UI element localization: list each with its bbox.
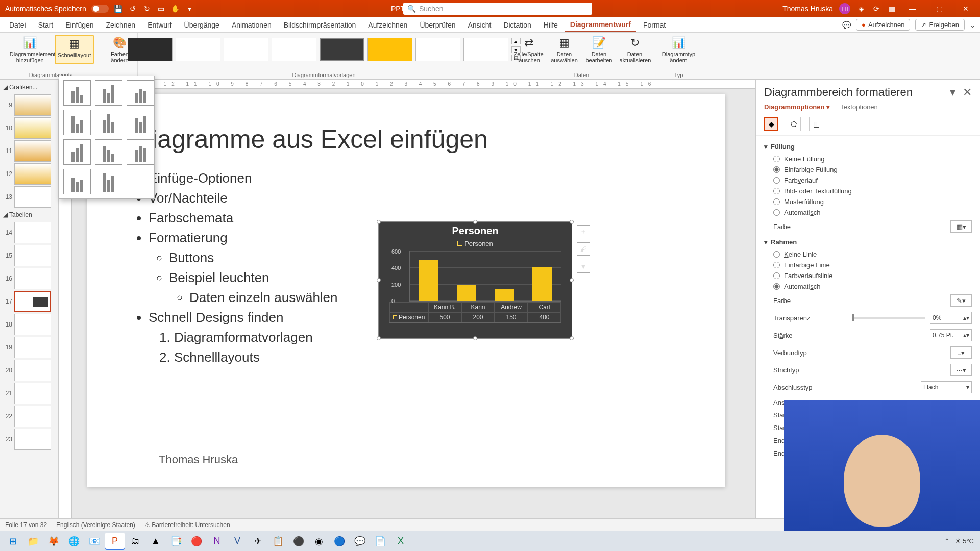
chart-title[interactable]: Personen: [379, 222, 572, 240]
maximize-button[interactable]: ▢: [929, 0, 949, 17]
slideshow-icon[interactable]: ▭: [157, 4, 166, 13]
fill-pattern[interactable]: Musterfüllung: [764, 196, 972, 207]
tab-zeichnen[interactable]: Zeichnen: [101, 18, 141, 32]
chart-style-4[interactable]: [272, 38, 316, 61]
tab-ansicht[interactable]: Ansicht: [462, 18, 496, 32]
tab-aufzeichnen[interactable]: Aufzeichnen: [363, 18, 412, 32]
bar-andrew[interactable]: [495, 289, 514, 302]
tab-bildschirm[interactable]: Bildschirmpräsentation: [279, 18, 361, 32]
chart-legend[interactable]: Personen: [379, 240, 572, 247]
app-icon-4[interactable]: 📋: [268, 533, 288, 550]
quick-layout-option-11[interactable]: [95, 169, 122, 194]
fill-color-picker[interactable]: ▦▾: [950, 220, 972, 233]
pane-tab-diagram[interactable]: Diagrammoptionen ▾: [764, 103, 830, 111]
quick-layout-option-6[interactable]: [127, 110, 154, 135]
ribbon-collapse-icon[interactable]: ⌄: [970, 21, 976, 29]
powerpoint-icon[interactable]: P: [105, 533, 125, 550]
tab-entwurf[interactable]: Entwurf: [142, 18, 177, 32]
firefox-icon[interactable]: 🦊: [44, 533, 63, 550]
fill-line-tab-icon[interactable]: ◆: [764, 117, 778, 131]
size-tab-icon[interactable]: ▥: [809, 117, 823, 131]
explorer-icon[interactable]: 📁: [23, 533, 43, 550]
transparency-value[interactable]: 0%▴▾: [930, 312, 972, 324]
tab-format[interactable]: Format: [638, 18, 671, 32]
outlook-icon[interactable]: 📧: [85, 533, 104, 550]
change-chart-type-button[interactable]: 📊Diagrammtyp ändern: [656, 35, 701, 64]
thumb-23[interactable]: 23: [2, 429, 56, 450]
touch-icon[interactable]: ✋: [171, 4, 180, 13]
add-chart-element-button[interactable]: 📊Diagrammelement hinzufügen: [8, 35, 53, 64]
fill-auto[interactable]: Automatisch: [764, 207, 972, 218]
record-button[interactable]: ●Aufzeichnen: [856, 19, 910, 31]
quick-layout-option-2[interactable]: [95, 80, 122, 106]
quick-layout-option-7[interactable]: [63, 139, 91, 165]
app-icon-6[interactable]: 🔵: [330, 533, 349, 550]
refresh-data-button[interactable]: ↻Daten aktualisieren: [618, 35, 652, 64]
tab-ueberpruefen[interactable]: Überprüfen: [414, 18, 460, 32]
app-icon-3[interactable]: 🔴: [187, 533, 206, 550]
status-slide-number[interactable]: Folie 17 von 32: [5, 521, 47, 529]
quick-layout-option-1[interactable]: [63, 80, 91, 106]
chart-style-2[interactable]: [176, 38, 220, 61]
tray-expand-icon[interactable]: ⌃: [944, 537, 950, 545]
bullet-5-2[interactable]: Schnelllayouts: [174, 347, 679, 367]
save-icon[interactable]: 💾: [114, 4, 123, 13]
tab-start[interactable]: Start: [33, 18, 59, 32]
onenote-icon[interactable]: N: [207, 533, 227, 550]
chart-filter-button[interactable]: ▼: [577, 260, 590, 273]
quick-layout-option-3[interactable]: [127, 80, 154, 106]
chart-elements-button[interactable]: ＋: [577, 225, 590, 238]
line-solid[interactable]: Einfarbige Linie: [764, 260, 972, 270]
bullet-2[interactable]: Vor/Nachteile: [149, 188, 679, 208]
thumb-18[interactable]: 18: [2, 314, 56, 335]
close-button[interactable]: ✕: [955, 0, 976, 17]
visio-icon[interactable]: V: [228, 533, 247, 550]
quick-layout-option-4[interactable]: [63, 110, 91, 135]
slide-author[interactable]: Thomas Hruska: [159, 453, 238, 466]
chart-styles-button[interactable]: 🖌: [577, 242, 590, 256]
thumb-17[interactable]: 17: [2, 291, 56, 312]
section-fill[interactable]: ▾ Füllung: [764, 143, 972, 151]
quick-layout-option-8[interactable]: [95, 139, 122, 165]
bar-karin-b[interactable]: [419, 260, 438, 301]
user-avatar[interactable]: TH: [839, 3, 850, 14]
edit-data-button[interactable]: 📝Daten bearbeiten: [583, 35, 616, 64]
tab-diagrammentwurf[interactable]: Diagrammentwurf: [565, 18, 636, 32]
slide-thumbnails[interactable]: ◢ Grafiken... 9 10 11 12 13 ◢ Tabellen 1…: [0, 80, 59, 518]
thumb-15[interactable]: 15: [2, 245, 56, 266]
thumb-20[interactable]: 20: [2, 360, 56, 381]
pane-tab-text[interactable]: Textoptionen: [840, 103, 878, 111]
transparency-slider[interactable]: [852, 317, 925, 319]
thumb-21[interactable]: 21: [2, 383, 56, 404]
telegram-icon[interactable]: ✈: [248, 533, 267, 550]
chart-style-3[interactable]: [224, 38, 268, 61]
search-box[interactable]: 🔍 Suchen: [403, 3, 592, 15]
app-icon-7[interactable]: 💬: [350, 533, 370, 550]
app-icon-5[interactable]: ◉: [309, 533, 329, 550]
slide-canvas[interactable]: 16 15 14 13 12 11 10 9 8 7 6 5 4 3 2 1 0…: [59, 80, 755, 518]
thumb-10[interactable]: 10: [2, 117, 56, 139]
line-gradient[interactable]: Farbverlaufslinie: [764, 270, 972, 281]
excel-icon[interactable]: X: [391, 533, 410, 550]
section-border[interactable]: ▾ Rahmen: [764, 238, 972, 246]
width-value[interactable]: 0,75 Pt.▴▾: [930, 329, 972, 341]
chart-style-6[interactable]: [368, 38, 412, 61]
weather-widget[interactable]: ☀ 5°C: [955, 537, 974, 545]
status-accessibility[interactable]: ⚠ Barrierefreiheit: Untersuchen: [144, 521, 230, 529]
dash-type[interactable]: ⋯▾: [950, 364, 972, 376]
thumb-9[interactable]: 9: [2, 94, 56, 116]
pane-close-icon[interactable]: ✕: [963, 86, 972, 99]
quick-layout-option-9[interactable]: [127, 139, 154, 165]
bar-karin[interactable]: [457, 285, 476, 301]
bar-carl[interactable]: [532, 267, 552, 301]
quick-layout-button[interactable]: ▦Schnelllayout: [55, 35, 94, 64]
redo-icon[interactable]: ↻: [142, 4, 152, 13]
chrome-icon[interactable]: 🌐: [64, 533, 84, 550]
tab-einfuegen[interactable]: Einfügen: [60, 18, 99, 32]
tab-uebergaenge[interactable]: Übergänge: [179, 18, 225, 32]
diamond-icon[interactable]: ◈: [856, 4, 866, 13]
app-icon-2[interactable]: 📑: [166, 533, 186, 550]
fill-picture[interactable]: Bild- oder Texturfüllung: [764, 186, 972, 196]
minimize-button[interactable]: —: [902, 0, 923, 17]
tab-hilfe[interactable]: Hilfe: [538, 18, 563, 32]
